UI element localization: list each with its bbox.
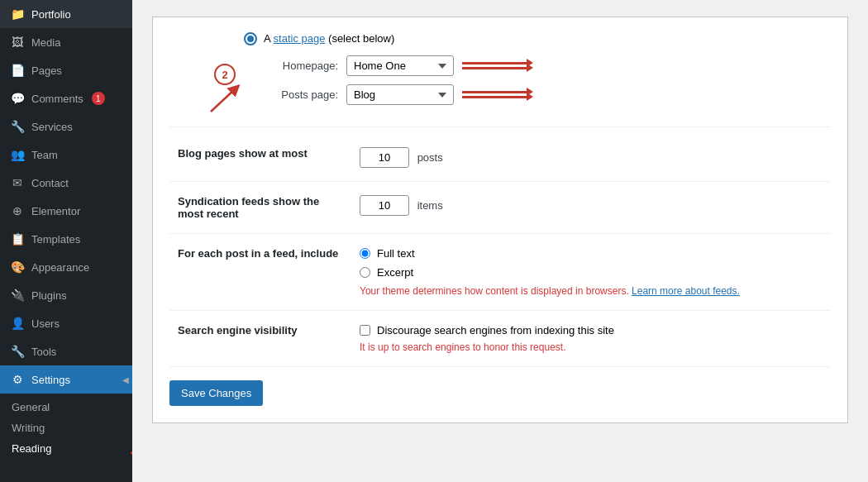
feed-excerpt-radio[interactable] (360, 267, 370, 278)
sidebar-item-users[interactable]: 👤 Users (0, 309, 132, 337)
templates-icon: 📋 (10, 231, 25, 246)
sidebar-item-services[interactable]: 🔧 Services (0, 112, 132, 141)
sidebar-item-settings[interactable]: ⚙ Settings (0, 365, 132, 394)
static-page-link[interactable]: static page (274, 32, 326, 45)
main-content: 2 A static page (select below) Home (132, 0, 868, 482)
feed-label: For each post in a feed, include (178, 247, 338, 260)
comments-icon: 💬 (10, 91, 25, 106)
media-icon: 🖼 (10, 35, 25, 50)
reading-annotation-arrow: ↗ (128, 439, 132, 459)
sidebar-sub-item-writing[interactable]: Writing (0, 418, 132, 438)
search-engine-info: It is up to search engines to honor this… (360, 341, 823, 353)
sub-label-reading: Reading (12, 442, 51, 455)
sidebar-label-team: Team (31, 149, 58, 161)
settings-table: Blog pages show at most posts Syndicatio… (169, 134, 831, 367)
blog-pages-suffix: posts (417, 151, 443, 164)
static-page-text: A static page (select below) (264, 32, 394, 45)
sidebar-sub-item-general[interactable]: General (0, 397, 132, 418)
homepage-label: Homepage: (264, 60, 338, 72)
homepage-arrow-annotation (462, 62, 528, 69)
sidebar-item-comments[interactable]: 💬 Comments 1 (0, 84, 132, 112)
sidebar-item-pages[interactable]: 📄 Pages (0, 56, 132, 84)
feed-fulltext-option: Full text (360, 247, 823, 260)
sub-label-general: General (12, 401, 50, 413)
sidebar-label-templates: Templates (31, 233, 80, 246)
sub-label-writing: Writing (12, 422, 45, 434)
blog-pages-input[interactable] (360, 147, 409, 168)
search-visibility-row: Search engine visibility Discourage sear… (169, 311, 831, 367)
sidebar: 📁 Portfolio 🖼 Media 📄 Pages 💬 Comments 1… (0, 0, 132, 482)
sidebar-label-users: Users (31, 317, 60, 330)
feed-excerpt-option: Excerpt (360, 266, 823, 279)
feed-info-text: Your theme determines how content is dis… (360, 285, 823, 297)
sidebar-item-portfolio[interactable]: 📁 Portfolio (0, 0, 132, 28)
syndication-row: Syndication feeds show the most recent i… (169, 182, 831, 234)
homepage-select[interactable]: Home One Sample Page Blog (346, 55, 454, 76)
svg-line-0 (211, 88, 236, 112)
static-page-radio[interactable] (244, 32, 257, 45)
comments-badge: 1 (92, 92, 105, 105)
sidebar-label-portfolio: Portfolio (31, 8, 71, 21)
annotation-number: 2 (214, 64, 236, 85)
settings-submenu: General Writing Reading ↗ (0, 397, 132, 459)
settings-icon: ⚙ (10, 372, 25, 387)
sidebar-item-templates[interactable]: 📋 Templates (0, 225, 132, 253)
sidebar-label-pages: Pages (31, 64, 62, 77)
save-changes-button[interactable]: Save Changes (169, 380, 263, 406)
services-icon: 🔧 (10, 119, 25, 134)
sidebar-label-contact: Contact (31, 177, 69, 189)
blog-pages-row: Blog pages show at most posts (169, 134, 831, 182)
search-checkbox-label: Discourage search engines from indexing … (377, 324, 614, 336)
posts-page-arrow-annotation (462, 91, 528, 98)
plugins-icon: 🔌 (10, 288, 25, 303)
sidebar-item-appearance[interactable]: 🎨 Appearance (0, 253, 132, 281)
sidebar-item-plugins[interactable]: 🔌 Plugins (0, 281, 132, 309)
sidebar-label-appearance: Appearance (31, 261, 89, 274)
users-icon: 👤 (10, 316, 25, 331)
syndication-input[interactable] (360, 195, 409, 216)
appearance-icon: 🎨 (10, 260, 25, 274)
sidebar-label-services: Services (31, 121, 73, 133)
posts-page-label: Posts page: (264, 88, 338, 101)
sidebar-label-settings: Settings (31, 374, 70, 386)
feed-fulltext-label: Full text (377, 247, 415, 260)
search-visibility-checkbox[interactable] (360, 325, 370, 336)
sidebar-label-comments: Comments (31, 93, 83, 105)
syndication-label: Syndication feeds show the most recent (178, 195, 319, 220)
feed-excerpt-label: Excerpt (377, 266, 413, 279)
tools-icon: 🔧 (10, 344, 25, 359)
sidebar-label-plugins: Plugins (31, 289, 67, 302)
feed-row: For each post in a feed, include Full te… (169, 234, 831, 311)
sidebar-label-elementor: Elementor (31, 205, 80, 217)
search-visibility-label: Search engine visibility (178, 324, 298, 336)
elementor-icon: ⊕ (10, 203, 25, 218)
annotation-arrow-svg (169, 88, 236, 113)
posts-page-select[interactable]: Blog Sample Page Home One (346, 84, 454, 105)
pages-icon: 📄 (10, 63, 25, 78)
portfolio-icon: 📁 (10, 7, 25, 21)
sidebar-sub-item-reading[interactable]: Reading ↗ (0, 438, 132, 459)
contact-icon: ✉ (10, 175, 25, 190)
learn-more-link[interactable]: Learn more about feeds. (632, 285, 740, 297)
sidebar-label-media: Media (31, 36, 60, 49)
feed-fulltext-radio[interactable] (360, 248, 370, 259)
search-checkbox-row: Discourage search engines from indexing … (360, 324, 823, 336)
sidebar-label-tools: Tools (31, 346, 56, 358)
team-icon: 👥 (10, 147, 25, 162)
syndication-suffix: items (417, 199, 443, 212)
sidebar-item-elementor[interactable]: ⊕ Elementor (0, 197, 132, 225)
sidebar-item-contact[interactable]: ✉ Contact (0, 169, 132, 197)
sidebar-item-media[interactable]: 🖼 Media (0, 28, 132, 56)
blog-pages-label: Blog pages show at most (178, 147, 308, 160)
settings-collapse-arrow[interactable] (119, 365, 132, 394)
sidebar-item-tools[interactable]: 🔧 Tools (0, 337, 132, 365)
sidebar-item-team[interactable]: 👥 Team (0, 141, 132, 169)
